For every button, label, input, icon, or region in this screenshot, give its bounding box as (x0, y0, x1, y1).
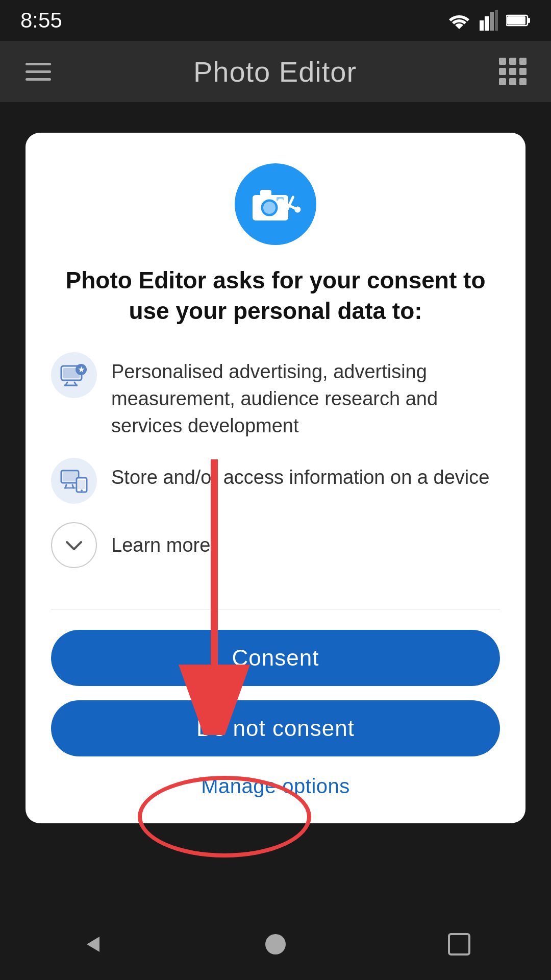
back-button[interactable] (71, 924, 112, 965)
wifi-icon (447, 11, 471, 30)
recent-icon (446, 932, 472, 957)
list-item: ★ Personalised advertising, advertising … (51, 352, 500, 440)
svg-rect-10 (260, 190, 271, 196)
svg-rect-1 (485, 16, 489, 31)
svg-text:★: ★ (78, 365, 85, 374)
svg-point-9 (263, 202, 276, 214)
learn-more-expand-button[interactable] (51, 522, 97, 568)
chevron-down-icon (65, 539, 83, 551)
learn-more-row: Learn more (51, 522, 500, 568)
svg-rect-0 (480, 20, 484, 31)
items-list: ★ Personalised advertising, advertising … (51, 352, 500, 569)
device-icon-circle (51, 458, 97, 504)
svg-point-30 (265, 934, 286, 954)
item-text-1: Personalised advertising, advertising me… (111, 352, 500, 440)
signal-icon (480, 10, 498, 31)
svg-marker-29 (87, 937, 99, 952)
camera-scissors-icon (250, 184, 301, 225)
item-text-2: Store and/or access information on a dev… (111, 458, 500, 491)
consent-dialog: Photo Editor asks for your consent to us… (26, 133, 525, 823)
status-icons (447, 10, 531, 31)
svg-rect-25 (78, 480, 85, 489)
ad-icon: ★ (60, 363, 88, 387)
home-icon (263, 932, 288, 957)
recent-apps-button[interactable] (439, 924, 480, 965)
consent-button[interactable]: Consent (51, 630, 500, 686)
hamburger-menu-button[interactable] (26, 63, 51, 81)
app-bar: Photo Editor (0, 41, 551, 102)
do-not-consent-button[interactable]: Do not consent (51, 700, 500, 756)
divider (51, 609, 500, 609)
back-icon (79, 932, 105, 957)
svg-rect-6 (507, 16, 525, 24)
battery-icon (506, 13, 531, 28)
bottom-nav (0, 909, 551, 980)
learn-more-label[interactable]: Learn more (111, 534, 210, 556)
manage-options-button[interactable]: Manage options (201, 775, 350, 798)
list-item: Store and/or access information on a dev… (51, 458, 500, 504)
grid-menu-button[interactable] (499, 58, 525, 85)
svg-rect-22 (63, 472, 77, 481)
app-bar-title: Photo Editor (193, 55, 357, 88)
svg-rect-31 (449, 934, 469, 954)
home-button[interactable] (255, 924, 296, 965)
app-icon (235, 163, 316, 245)
main-content: Photo Editor asks for your consent to us… (0, 102, 551, 854)
status-time: 8:55 (20, 8, 62, 33)
svg-rect-5 (528, 18, 530, 23)
consent-title: Photo Editor asks for your consent to us… (51, 265, 500, 327)
device-icon (60, 469, 88, 493)
ad-icon-circle: ★ (51, 352, 97, 398)
svg-rect-2 (490, 12, 494, 31)
status-bar: 8:55 (0, 0, 551, 41)
svg-point-26 (81, 489, 83, 492)
svg-rect-3 (495, 10, 498, 31)
svg-point-15 (294, 206, 301, 213)
